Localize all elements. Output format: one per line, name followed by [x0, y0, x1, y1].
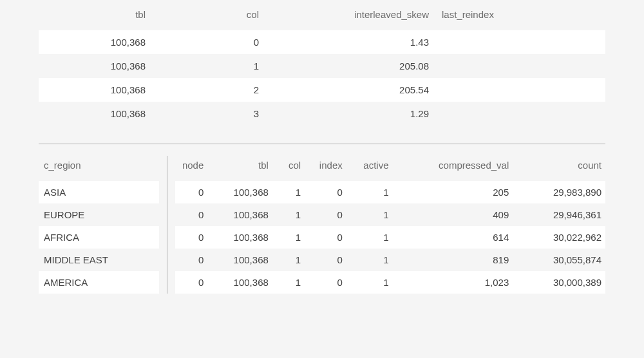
table-row: ASIA [39, 181, 159, 203]
section-divider [39, 144, 605, 144]
cell-col: 1 [152, 54, 265, 78]
cell-active: 1 [346, 203, 393, 226]
cell-skew: 205.08 [265, 54, 435, 78]
cell-cval: 1,023 [393, 271, 513, 294]
cell-active: 1 [346, 181, 393, 203]
table-row: 100,368 1 205.08 [39, 54, 605, 78]
cell-tbl: 100,368 [207, 271, 272, 294]
cell-reindex [435, 102, 605, 126]
header-tbl: tbl [39, 4, 152, 30]
cell-region: MIDDLE EAST [39, 249, 159, 271]
cell-count: 29,946,361 [513, 203, 605, 226]
cell-count: 29,983,890 [513, 181, 605, 203]
cell-col: 1 [272, 249, 305, 271]
header-col: col [152, 4, 265, 30]
header-node: node [175, 156, 207, 181]
region-panel: c_region ASIA EUROPE AFRICA MIDDLE EAST … [39, 156, 167, 294]
cell-tbl: 100,368 [207, 226, 272, 249]
cell-region: EUROPE [39, 203, 159, 226]
table-row: 100,368 3 1.29 [39, 102, 605, 126]
header-c-region: c_region [39, 156, 159, 181]
cell-index: 0 [305, 271, 346, 294]
cell-active: 1 [346, 226, 393, 249]
bottom-panel: c_region ASIA EUROPE AFRICA MIDDLE EAST … [39, 156, 605, 294]
cell-col: 0 [152, 30, 265, 54]
cell-col: 1 [272, 226, 305, 249]
cell-count: 30,000,389 [513, 271, 605, 294]
cell-active: 1 [346, 249, 393, 271]
skew-table-header-row: tbl col interleaved_skew last_reindex [39, 4, 605, 30]
cell-tbl: 100,368 [207, 181, 272, 203]
cell-region: AFRICA [39, 226, 159, 249]
cell-node: 0 [175, 226, 207, 249]
cell-node: 0 [175, 203, 207, 226]
cell-cval: 819 [393, 249, 513, 271]
cell-cval: 205 [393, 181, 513, 203]
header-reindex: last_reindex [435, 4, 605, 30]
cell-reindex [435, 54, 605, 78]
cell-index: 0 [305, 226, 346, 249]
header-col: col [272, 156, 305, 181]
header-tbl: tbl [207, 156, 272, 181]
detail-header-row: node tbl col index active compressed_val… [175, 156, 605, 181]
cell-tbl: 100,368 [39, 30, 152, 54]
cell-tbl: 100,368 [39, 54, 152, 78]
table-row: EUROPE [39, 203, 159, 226]
header-index: index [305, 156, 346, 181]
cell-region: ASIA [39, 181, 159, 203]
cell-count: 30,055,874 [513, 249, 605, 271]
cell-node: 0 [175, 181, 207, 203]
cell-tbl: 100,368 [207, 203, 272, 226]
cell-skew: 205.54 [265, 78, 435, 102]
cell-col: 1 [272, 203, 305, 226]
cell-tbl: 100,368 [39, 102, 152, 126]
cell-col: 3 [152, 102, 265, 126]
header-count: count [513, 156, 605, 181]
cell-count: 30,022,962 [513, 226, 605, 249]
table-row: 0 100,368 1 0 1 614 30,022,962 [175, 226, 605, 249]
table-row: 0 100,368 1 0 1 1,023 30,000,389 [175, 271, 605, 294]
region-header-row: c_region [39, 156, 159, 181]
cell-col: 1 [272, 271, 305, 294]
cell-region: AMERICA [39, 271, 159, 294]
detail-panel: node tbl col index active compressed_val… [167, 156, 605, 294]
table-row: 0 100,368 1 0 1 205 29,983,890 [175, 181, 605, 203]
cell-index: 0 [305, 181, 346, 203]
header-cval: compressed_val [393, 156, 513, 181]
table-row: AFRICA [39, 226, 159, 249]
cell-skew: 1.29 [265, 102, 435, 126]
cell-skew: 1.43 [265, 30, 435, 54]
cell-reindex [435, 78, 605, 102]
cell-cval: 614 [393, 226, 513, 249]
header-active: active [346, 156, 393, 181]
cell-node: 0 [175, 271, 207, 294]
table-row: MIDDLE EAST [39, 249, 159, 271]
cell-tbl: 100,368 [39, 78, 152, 102]
cell-node: 0 [175, 249, 207, 271]
cell-index: 0 [305, 249, 346, 271]
table-row: 100,368 2 205.54 [39, 78, 605, 102]
table-row: AMERICA [39, 271, 159, 294]
table-row: 0 100,368 1 0 1 409 29,946,361 [175, 203, 605, 226]
table-row: 0 100,368 1 0 1 819 30,055,874 [175, 249, 605, 271]
header-skew: interleaved_skew [265, 4, 435, 30]
table-row: 100,368 0 1.43 [39, 30, 605, 54]
region-table: c_region ASIA EUROPE AFRICA MIDDLE EAST … [39, 156, 159, 294]
cell-index: 0 [305, 203, 346, 226]
cell-active: 1 [346, 271, 393, 294]
cell-reindex [435, 30, 605, 54]
cell-tbl: 100,368 [207, 249, 272, 271]
detail-table: node tbl col index active compressed_val… [175, 156, 605, 294]
cell-col: 2 [152, 78, 265, 102]
cell-col: 1 [272, 181, 305, 203]
cell-cval: 409 [393, 203, 513, 226]
skew-table: tbl col interleaved_skew last_reindex 10… [39, 4, 605, 126]
